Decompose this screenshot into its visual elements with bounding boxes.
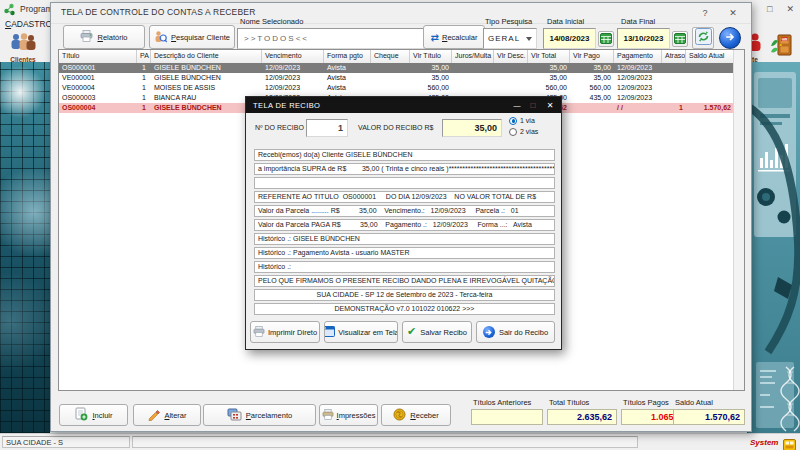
table-cell: 435,00 xyxy=(570,93,614,103)
current-balance-label: Saldo Atual xyxy=(675,398,713,407)
installments-button[interactable]: Parcelamento xyxy=(203,404,316,426)
column-header[interactable]: Título xyxy=(59,50,137,63)
clients-icon xyxy=(7,32,39,56)
search-type-value: GERAL xyxy=(488,34,520,43)
radio-2-vias[interactable]: 2 vias xyxy=(509,126,538,137)
table-header: TítuloPADescrição do ClienteVencimentoFo… xyxy=(59,50,734,64)
toolbar-exit-button[interactable]: EXIT xyxy=(768,32,796,61)
column-header[interactable]: PA xyxy=(137,50,151,63)
table-cell xyxy=(494,83,528,93)
column-header[interactable]: Vencimento xyxy=(262,50,324,63)
wallpaper-mosaic xyxy=(0,62,50,433)
table-cell: VE000004 xyxy=(59,83,137,93)
end-date-calendar-button[interactable] xyxy=(672,31,688,47)
table-cell: 12/09/2023 xyxy=(614,63,662,73)
table-cell: 35,00 xyxy=(528,73,570,83)
help-button[interactable]: ? xyxy=(695,5,715,20)
search-type-select[interactable]: GERAL xyxy=(483,28,537,49)
table-cell: Avista xyxy=(324,63,371,73)
table-cell: 560,00 xyxy=(410,83,452,93)
modal-close-button[interactable]: ✕ xyxy=(542,97,558,113)
column-header[interactable]: Vlr Desc. xyxy=(494,50,528,63)
table-cell: 12/09/2023 xyxy=(262,73,324,83)
table-cell xyxy=(686,63,734,73)
table-cell xyxy=(662,83,686,93)
save-receipt-button[interactable]: ✔ Salvar Recibo xyxy=(402,321,472,343)
table-cell xyxy=(662,73,686,83)
table-cell xyxy=(686,83,734,93)
go-button[interactable] xyxy=(719,27,741,49)
table-cell: 1 xyxy=(137,63,151,73)
table-row[interactable]: VE0000041MOISES DE ASSIS12/09/2023Avista… xyxy=(59,83,734,93)
receipt-dialog: TELA DE RECIBO — □ ✕ Nº DO RECIBO 1 VALO… xyxy=(245,96,562,350)
printer-icon xyxy=(253,326,265,339)
search-client-button[interactable]: Pesquisar Cliente xyxy=(149,25,235,49)
view-on-screen-button[interactable]: Visualizar em Tela xyxy=(324,321,398,343)
receipt-titlebar: TELA DE RECIBO — □ ✕ xyxy=(246,97,561,113)
add-button[interactable]: Incluir xyxy=(59,404,128,426)
receipt-number-field[interactable]: 1 xyxy=(306,119,348,137)
modal-maximize-button[interactable]: □ xyxy=(525,97,541,113)
receive-button[interactable]: Receber xyxy=(381,404,451,426)
table-cell xyxy=(686,73,734,83)
printings-button[interactable]: Impressões xyxy=(319,404,378,426)
table-cell: 560,00 xyxy=(570,83,614,93)
start-date-field[interactable]: 14/08/2023 xyxy=(543,28,596,49)
search-type-label: Tipo Pesquisa xyxy=(485,17,532,26)
receipt-line xyxy=(254,177,555,189)
calendar-icon xyxy=(674,30,686,48)
recalculate-button[interactable]: ⇄ Recalcular xyxy=(423,25,485,49)
printer-icon xyxy=(80,30,93,44)
report-button[interactable]: Relatório xyxy=(63,25,145,49)
column-header[interactable]: Atraso xyxy=(662,50,686,63)
toolbar-clients-button[interactable]: Clientes xyxy=(3,32,43,61)
table-scrollbar[interactable] xyxy=(733,50,744,390)
bg-maximize-button[interactable]: □ xyxy=(767,4,772,14)
background-statusbar: SUA CIDADE - S System xyxy=(0,433,800,450)
add-button-label: Incluir xyxy=(92,411,112,420)
radio-1-via[interactable]: 1 via xyxy=(509,115,538,126)
refresh-button[interactable] xyxy=(692,27,714,49)
receipt-line: Valor da Parcela ......... R$ 35,00 Venc… xyxy=(254,205,555,217)
close-button[interactable]: ✕ xyxy=(723,5,743,20)
print-direct-button[interactable]: Imprimir Direto xyxy=(250,321,320,343)
column-header[interactable]: Saldo Atual xyxy=(686,50,734,63)
table-row[interactable]: VE0000011GISELE BÜNDCHEN12/09/2023Avista… xyxy=(59,73,734,83)
edit-button[interactable]: Alterar xyxy=(133,404,201,426)
column-header[interactable]: Juros/Multa xyxy=(452,50,494,63)
receipt-line: REFERENTE AO TITULO OS000001 DO DIA 12/0… xyxy=(254,191,555,203)
exit-receipt-button[interactable]: Sair do Recibo xyxy=(476,321,555,343)
search-client-icon xyxy=(154,30,167,45)
total-titles-label: Total Títulos xyxy=(549,398,589,407)
receipt-value-field[interactable]: 35,00 xyxy=(442,119,502,137)
end-date-field[interactable]: 13/10/2023 xyxy=(617,28,670,49)
column-header[interactable]: Cheque xyxy=(371,50,410,63)
table-row[interactable]: OS0000011GISELE BÜNDCHEN12/09/2023Avista… xyxy=(59,63,734,73)
copies-radio-group: 1 via2 vias xyxy=(509,115,538,137)
table-cell: 35,00 xyxy=(528,63,570,73)
column-header[interactable]: Vlr Pago xyxy=(570,50,614,63)
modal-minimize-button[interactable]: — xyxy=(509,97,525,113)
table-cell: 12/09/2023 xyxy=(614,83,662,93)
column-header[interactable]: Descrição do Cliente xyxy=(151,50,262,63)
bg-close-button[interactable]: ✕ xyxy=(786,4,794,14)
table-cell xyxy=(452,83,494,93)
column-header[interactable]: Forma pgto xyxy=(324,50,371,63)
installments-cards-icon xyxy=(227,408,242,423)
table-cell: GISELE BÜNDCHEN xyxy=(151,63,262,73)
column-header[interactable]: Vlr Título xyxy=(410,50,452,63)
start-date-calendar-button[interactable] xyxy=(598,31,614,47)
statusbar-city: SUA CIDADE - S xyxy=(2,436,130,448)
calendar-icon xyxy=(600,30,612,48)
column-header[interactable]: Vlr Total xyxy=(528,50,570,63)
receipt-line: Histórico .: xyxy=(254,261,555,273)
table-cell: OS000001 xyxy=(59,63,137,73)
edit-button-label: Alterar xyxy=(164,411,186,420)
column-header[interactable]: Pagamento xyxy=(614,50,662,63)
installments-button-label: Parcelamento xyxy=(246,411,292,420)
table-cell: 12/09/2023 xyxy=(614,73,662,83)
table-cell: 1 xyxy=(137,103,151,113)
table-cell xyxy=(662,93,686,103)
receipt-lines: Recebi(emos) do(a) Cliente GISELE BÜNDCH… xyxy=(254,149,555,317)
table-cell: MOISES DE ASSIS xyxy=(151,83,262,93)
